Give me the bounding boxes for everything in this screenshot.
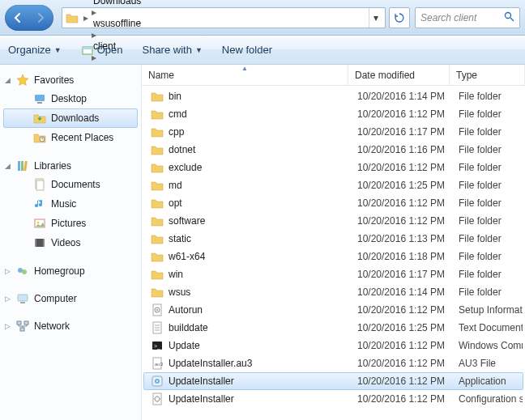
file-row[interactable]: builddate10/20/2016 1:25 PMText Document bbox=[143, 319, 523, 337]
file-date: 10/20/2016 1:12 PM bbox=[351, 162, 452, 173]
sidebar-item[interactable]: Videos bbox=[3, 233, 138, 252]
file-name: UpdateInstaller bbox=[169, 393, 234, 405]
svg-line-1 bbox=[510, 18, 514, 21]
sidebar-item-label: Music bbox=[51, 198, 76, 210]
file-row[interactable]: exclude10/20/2016 1:12 PMFile folder bbox=[143, 159, 523, 176]
file-name: opt bbox=[169, 197, 182, 209]
file-row[interactable]: w61-x6410/20/2016 1:18 PMFile folder bbox=[143, 248, 523, 265]
folder-icon bbox=[151, 125, 164, 138]
column-date[interactable]: Date modified bbox=[348, 65, 450, 85]
breadcrumb-segment[interactable]: wsusoffline bbox=[90, 18, 144, 29]
folder-icon bbox=[151, 108, 164, 121]
txt-icon bbox=[151, 321, 164, 334]
sidebar-item-label: Documents bbox=[51, 179, 100, 190]
sidebar-homegroup[interactable]: ▷ Homegroup bbox=[0, 262, 141, 280]
sidebar-item[interactable]: Music bbox=[3, 194, 138, 214]
new-folder-button[interactable]: New folder bbox=[222, 44, 272, 56]
sidebar-item[interactable]: Pictures bbox=[3, 214, 138, 233]
svg-rect-3 bbox=[83, 47, 92, 49]
organize-menu[interactable]: Organize▼ bbox=[8, 44, 62, 56]
file-row[interactable]: md10/20/2016 1:25 PMFile folder bbox=[143, 176, 523, 194]
file-row[interactable]: au3UpdateInstaller.au310/20/2016 1:12 PM… bbox=[143, 354, 523, 372]
chevron-right-icon: ▷ bbox=[5, 322, 11, 330]
svg-text:au3: au3 bbox=[155, 362, 164, 367]
network-icon bbox=[16, 320, 29, 333]
file-date: 10/20/2016 1:13 PM bbox=[351, 233, 452, 244]
file-date: 10/20/2016 1:16 PM bbox=[351, 144, 452, 155]
sidebar-network[interactable]: ▷ Network bbox=[0, 317, 141, 335]
file-type: Text Document bbox=[452, 322, 523, 333]
file-date: 10/20/2016 1:17 PM bbox=[351, 269, 452, 280]
homegroup-icon bbox=[16, 265, 29, 278]
folder-icon bbox=[151, 143, 164, 156]
file-row[interactable]: >_Update10/20/2016 1:12 PMWindows Comman… bbox=[143, 337, 523, 354]
chevron-right-icon[interactable]: ▸ bbox=[92, 29, 96, 40]
sidebar-libraries-header[interactable]: ◢ Libraries bbox=[0, 157, 141, 175]
file-row[interactable]: cpp10/20/2016 1:17 PMFile folder bbox=[143, 123, 523, 141]
documents-icon bbox=[33, 178, 46, 191]
share-menu[interactable]: Share with▼ bbox=[142, 44, 202, 56]
file-row[interactable]: Autorun10/20/2016 1:12 PMSetup Informati… bbox=[143, 301, 523, 319]
toolbar: Organize▼ Open Share with▼ New folder bbox=[0, 36, 525, 65]
sidebar-favorites-header[interactable]: ◢ Favorites bbox=[0, 71, 141, 89]
file-name: UpdateInstaller bbox=[169, 375, 234, 387]
file-type: File folder bbox=[452, 91, 523, 102]
chevron-right-icon: ▷ bbox=[5, 295, 11, 303]
chevron-right-icon[interactable]: ▸ bbox=[83, 12, 88, 23]
breadcrumb-dropdown[interactable]: ▾ bbox=[369, 8, 382, 28]
file-date: 10/20/2016 1:12 PM bbox=[351, 340, 452, 351]
svg-rect-20 bbox=[20, 302, 25, 303]
file-row[interactable]: static10/20/2016 1:13 PMFile folder bbox=[143, 230, 523, 248]
svg-rect-7 bbox=[18, 161, 20, 171]
refresh-button[interactable] bbox=[389, 7, 410, 28]
file-name: md bbox=[169, 180, 182, 191]
file-row[interactable]: bin10/20/2016 1:14 PMFile folder bbox=[143, 87, 523, 105]
search-input[interactable]: Search client bbox=[415, 7, 520, 28]
file-type: File folder bbox=[452, 108, 523, 120]
svg-rect-9 bbox=[23, 161, 28, 171]
file-name: exclude bbox=[169, 162, 202, 173]
column-name[interactable]: ▲ Name bbox=[142, 65, 348, 85]
chevron-down-icon: ▼ bbox=[195, 46, 203, 54]
sidebar-item[interactable]: Downloads bbox=[3, 108, 138, 128]
sidebar-favorites-group: ◢ Favorites DesktopDownloadsRecent Place… bbox=[0, 71, 141, 147]
ini-icon bbox=[151, 392, 164, 405]
open-button[interactable]: Open bbox=[81, 44, 123, 57]
file-type: Configuration settings bbox=[452, 393, 523, 405]
back-button[interactable] bbox=[6, 6, 29, 29]
file-row[interactable]: cmd10/20/2016 1:12 PMFile folder bbox=[143, 105, 523, 123]
file-row[interactable]: win10/20/2016 1:17 PMFile folder bbox=[143, 265, 523, 283]
svg-rect-23 bbox=[20, 328, 24, 331]
file-type: AU3 File bbox=[452, 358, 523, 369]
folder-icon bbox=[151, 161, 164, 174]
recent-icon bbox=[33, 131, 46, 144]
file-name: dotnet bbox=[169, 144, 195, 155]
sidebar-item[interactable]: Recent Places bbox=[3, 128, 138, 147]
sidebar-computer[interactable]: ▷ Computer bbox=[0, 290, 141, 308]
file-row[interactable]: dotnet10/20/2016 1:16 PMFile folder bbox=[143, 141, 523, 159]
file-row[interactable]: UpdateInstaller10/20/2016 1:12 PMApplica… bbox=[143, 372, 523, 390]
file-name: win bbox=[169, 269, 183, 280]
chevron-right-icon[interactable]: ▸ bbox=[92, 6, 96, 18]
file-name: cmd bbox=[169, 108, 187, 120]
sidebar-item[interactable]: Desktop bbox=[3, 89, 138, 108]
file-row[interactable]: opt10/20/2016 1:12 PMFile folder bbox=[143, 194, 523, 212]
forward-button[interactable] bbox=[29, 6, 52, 29]
file-row[interactable]: wsus10/20/2016 1:14 PMFile folder bbox=[143, 283, 523, 301]
column-type[interactable]: Type bbox=[450, 65, 525, 85]
breadcrumb-segment[interactable]: Downloads bbox=[90, 0, 144, 6]
nav-buttons bbox=[5, 5, 53, 31]
sidebar-item[interactable]: Documents bbox=[3, 175, 138, 194]
file-date: 10/20/2016 1:17 PM bbox=[351, 126, 452, 138]
chevron-down-icon: ▼ bbox=[54, 46, 62, 54]
file-type: File folder bbox=[452, 251, 523, 262]
desktop-icon bbox=[33, 92, 46, 105]
file-row[interactable]: software10/20/2016 1:12 PMFile folder bbox=[143, 212, 523, 230]
file-name: UpdateInstaller.au3 bbox=[169, 358, 252, 369]
breadcrumb[interactable]: ▸ Chris▸Downloads▸wsusoffline▸client▸ ▾ bbox=[62, 7, 386, 28]
svg-rect-22 bbox=[24, 321, 28, 325]
svg-point-13 bbox=[37, 222, 40, 224]
file-name: builddate bbox=[169, 322, 208, 333]
file-row[interactable]: UpdateInstaller10/20/2016 1:12 PMConfigu… bbox=[143, 390, 523, 408]
file-name: w61-x64 bbox=[169, 251, 205, 262]
